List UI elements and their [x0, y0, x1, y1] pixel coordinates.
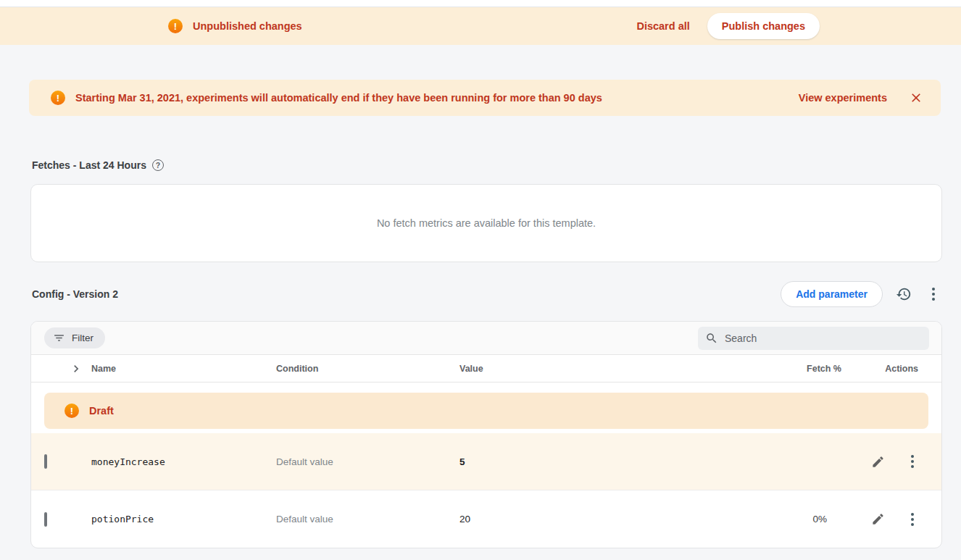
- discard-all-button[interactable]: Discard all: [626, 14, 699, 38]
- top-strip: [0, 0, 961, 7]
- filter-label: Filter: [72, 333, 93, 343]
- row-menu-button[interactable]: [904, 509, 921, 530]
- close-banner-button[interactable]: [904, 86, 928, 109]
- config-section-header: Config - Version 2 Add parameter: [32, 281, 942, 307]
- warning-icon: !: [168, 19, 183, 33]
- pencil-icon: [871, 455, 885, 469]
- experiments-banner-message: Starting Mar 31, 2021, experiments will …: [75, 92, 602, 104]
- history-icon: [896, 286, 912, 302]
- parameter-name: moneyIncrease: [91, 456, 276, 467]
- unpublished-changes-label: Unpublished changes: [193, 20, 302, 32]
- fetch-percent: 0%: [769, 514, 841, 525]
- search-icon: [705, 332, 718, 345]
- expand-all-button[interactable]: [69, 362, 91, 376]
- help-icon[interactable]: ?: [152, 159, 164, 171]
- parameter-condition: Default value: [276, 456, 459, 467]
- table-row[interactable]: moneyIncrease Default value 5: [31, 433, 941, 490]
- row-checkbox[interactable]: [44, 512, 47, 527]
- draft-banner: ! Draft: [44, 393, 928, 429]
- kebab-menu-icon: [907, 511, 918, 527]
- view-experiments-button[interactable]: View experiments: [791, 88, 894, 108]
- column-header-name: Name: [91, 364, 276, 374]
- kebab-menu-icon: [928, 286, 939, 302]
- publish-changes-button[interactable]: Publish changes: [707, 13, 820, 39]
- version-history-button[interactable]: [893, 283, 915, 305]
- add-parameter-button[interactable]: Add parameter: [781, 281, 883, 307]
- config-title: Config - Version 2: [32, 288, 118, 300]
- empty-metrics-message: No fetch metrics are available for this …: [377, 217, 596, 229]
- unpublished-changes-banner: ! Unpublished changes Discard all Publis…: [0, 7, 961, 45]
- draft-section: ! Draft: [31, 383, 941, 433]
- kebab-menu-icon: [907, 454, 918, 469]
- draft-label: Draft: [89, 405, 114, 417]
- fetch-metrics-card: No fetch metrics are available for this …: [30, 184, 942, 262]
- fetches-title: Fetches - Last 24 Hours: [32, 159, 146, 171]
- row-menu-button[interactable]: [904, 451, 921, 472]
- column-header-fetch: Fetch %: [769, 364, 841, 374]
- parameter-name: potionPrice: [91, 514, 276, 525]
- table-header-row: Name Condition Value Fetch % Actions: [31, 355, 941, 383]
- search-box[interactable]: [698, 327, 929, 350]
- table-row[interactable]: potionPrice Default value 20 0%: [31, 490, 941, 548]
- fetches-section-header: Fetches - Last 24 Hours ?: [32, 159, 942, 171]
- row-checkbox[interactable]: [44, 454, 47, 469]
- parameter-condition: Default value: [276, 514, 459, 525]
- filter-button[interactable]: Filter: [44, 327, 105, 348]
- edit-parameter-button[interactable]: [868, 452, 888, 472]
- filter-icon: [53, 332, 65, 344]
- search-input[interactable]: [725, 333, 922, 344]
- column-header-condition: Condition: [276, 364, 459, 374]
- parameter-value: 20: [459, 514, 769, 525]
- column-header-value: Value: [459, 364, 769, 374]
- parameter-value: 5: [459, 456, 769, 467]
- experiments-banner: ! Starting Mar 31, 2021, experiments wil…: [29, 80, 941, 116]
- config-menu-button[interactable]: [925, 283, 942, 305]
- table-toolbar: Filter: [31, 322, 941, 355]
- warning-icon: !: [65, 404, 79, 418]
- warning-icon: !: [51, 91, 65, 105]
- remote-config-page: ! Unpublished changes Discard all Publis…: [0, 0, 961, 548]
- pencil-icon: [871, 512, 885, 526]
- close-icon: [909, 91, 923, 105]
- parameters-table-card: Filter Name Condition Value Fetch % Acti…: [30, 321, 942, 548]
- edit-parameter-button[interactable]: [868, 509, 888, 529]
- column-header-actions: Actions: [841, 364, 928, 374]
